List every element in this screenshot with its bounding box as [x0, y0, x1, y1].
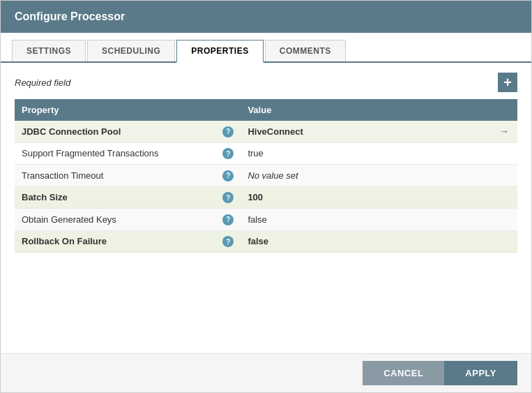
help-icon[interactable]: ?	[222, 126, 234, 138]
table-row: Rollback On Failure?false	[15, 230, 517, 253]
value-cell: 100	[241, 186, 492, 209]
property-cell: Batch Size	[15, 186, 215, 209]
value-cell: No value set	[241, 165, 492, 187]
table-row: Obtain Generated Keys?false	[15, 209, 517, 231]
dialog-footer: CANCEL APPLY	[1, 353, 531, 392]
property-cell: Transaction Timeout	[15, 165, 215, 187]
required-field-row: Required field +	[15, 73, 517, 92]
content-area: Required field + Property Value JDBC Con…	[1, 63, 531, 353]
col-header-action	[492, 99, 517, 121]
tab-settings[interactable]: SETTINGS	[12, 40, 86, 61]
tab-comments[interactable]: COMMENTS	[265, 40, 346, 61]
help-icon[interactable]: ?	[222, 236, 234, 247]
help-icon[interactable]: ?	[222, 214, 234, 225]
dialog-title: Configure Processor	[15, 10, 125, 22]
apply-button[interactable]: APPLY	[444, 361, 517, 385]
add-property-button[interactable]: +	[498, 73, 517, 92]
property-cell: JDBC Connection Pool	[15, 121, 215, 142]
table-row: Batch Size?100	[15, 186, 517, 209]
value-cell: HiveConnect	[241, 121, 492, 142]
table-row: JDBC Connection Pool?HiveConnect→	[15, 121, 517, 142]
property-cell: Support Fragmented Transactions	[15, 142, 215, 165]
property-cell: Obtain Generated Keys	[15, 209, 215, 231]
configure-processor-dialog: Configure Processor SETTINGS SCHEDULING …	[0, 0, 532, 393]
col-header-property: Property	[15, 99, 215, 121]
help-icon[interactable]: ?	[222, 148, 234, 159]
value-cell: false	[241, 230, 492, 253]
table-row: Support Fragmented Transactions?true	[15, 142, 517, 165]
col-header-help	[215, 99, 241, 121]
help-icon[interactable]: ?	[222, 192, 234, 203]
property-cell: Rollback On Failure	[15, 230, 215, 253]
dialog-header: Configure Processor	[1, 1, 531, 33]
table-row: Transaction Timeout?No value set	[15, 165, 517, 187]
arrow-icon[interactable]: →	[499, 126, 509, 137]
help-icon[interactable]: ?	[222, 170, 234, 181]
tab-properties[interactable]: PROPERTIES	[176, 40, 263, 63]
tabs-bar: SETTINGS SCHEDULING PROPERTIES COMMENTS	[1, 33, 531, 63]
value-cell: false	[241, 209, 492, 231]
table-header-row: Property Value	[15, 99, 517, 121]
col-header-value: Value	[241, 99, 492, 121]
cancel-button[interactable]: CANCEL	[363, 361, 444, 385]
required-field-label: Required field	[15, 77, 70, 88]
value-cell: true	[241, 142, 492, 165]
tab-scheduling[interactable]: SCHEDULING	[87, 40, 175, 61]
properties-table: Property Value JDBC Connection Pool?Hive…	[15, 99, 517, 253]
